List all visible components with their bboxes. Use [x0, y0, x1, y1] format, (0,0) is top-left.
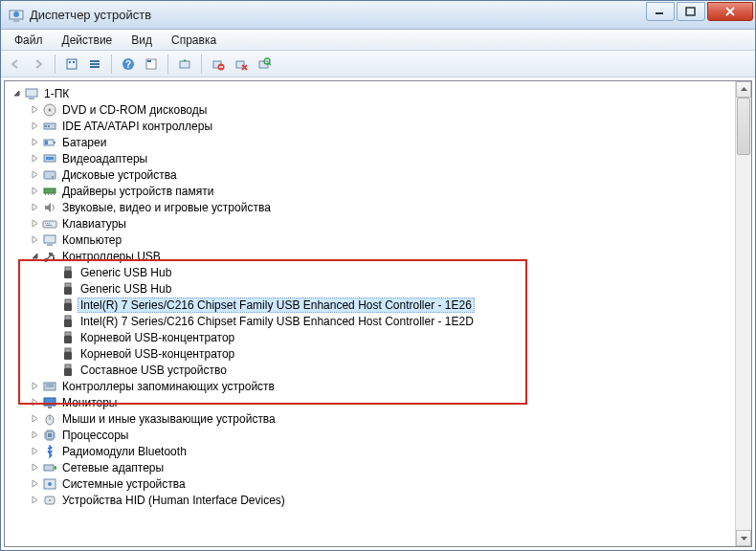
- svg-rect-28: [48, 125, 50, 127]
- expander-icon[interactable]: [29, 495, 40, 506]
- expander-icon[interactable]: [29, 462, 40, 474]
- sound-icon: [42, 200, 57, 215]
- tree-node-label: Радиомодули Bluetooth: [59, 444, 189, 459]
- tree-node[interactable]: Системные устройства: [7, 475, 735, 492]
- scroll-up-button[interactable]: [736, 81, 751, 98]
- svg-rect-62: [64, 352, 72, 360]
- menu-action[interactable]: Действие: [53, 32, 122, 49]
- expander-placeholder: [47, 364, 58, 376]
- expander-icon[interactable]: [29, 153, 40, 165]
- tree-node[interactable]: Мыши и иные указывающие устройства: [7, 410, 735, 427]
- menu-help[interactable]: Справка: [162, 32, 226, 49]
- show-hidden-button[interactable]: [61, 54, 82, 75]
- tree-node[interactable]: Радиомодули Bluetooth: [7, 443, 735, 459]
- svg-rect-15: [180, 61, 189, 68]
- tree-node[interactable]: Intel(R) 7 Series/C216 Chipset Family US…: [7, 313, 735, 329]
- expander-icon[interactable]: [29, 478, 40, 490]
- svg-point-25: [49, 108, 52, 111]
- expander-icon[interactable]: [29, 430, 40, 441]
- svg-rect-50: [49, 253, 51, 254]
- computer-icon: [24, 86, 39, 101]
- tree-node[interactable]: Видеоадаптеры: [7, 150, 735, 166]
- expander-icon[interactable]: [29, 234, 40, 246]
- tree-node[interactable]: 1-ПК: [7, 85, 735, 101]
- tree-node[interactable]: Драйверы устройств памяти: [7, 183, 735, 199]
- properties-button[interactable]: [141, 54, 162, 75]
- help-button[interactable]: ?: [118, 54, 139, 75]
- computer-icon: [42, 232, 57, 248]
- titlebar[interactable]: Диспетчер устройств: [1, 1, 755, 30]
- menu-view[interactable]: Вид: [122, 32, 162, 49]
- tree-node[interactable]: Контроллеры USB: [7, 248, 735, 264]
- tree-node[interactable]: Корневой USB-концентратор: [7, 329, 735, 345]
- expander-placeholder: [47, 332, 58, 343]
- expander-icon[interactable]: [29, 121, 40, 132]
- disable-button[interactable]: [231, 54, 252, 75]
- usb-device-icon: [60, 346, 76, 362]
- tree-node[interactable]: Сетевые адаптеры: [7, 459, 735, 475]
- scroll-track[interactable]: [736, 98, 751, 530]
- vertical-scrollbar[interactable]: [735, 81, 751, 546]
- expander-icon[interactable]: [29, 202, 40, 213]
- memory-driver-icon: [42, 184, 57, 199]
- expander-placeholder: [47, 283, 58, 295]
- svg-rect-8: [90, 60, 100, 62]
- svg-rect-59: [65, 332, 71, 336]
- tree-node[interactable]: Intel(R) 7 Series/C216 Chipset Family US…: [7, 297, 735, 313]
- tree-node[interactable]: Звуковые, видео и игровые устройства: [7, 199, 735, 215]
- expander-icon[interactable]: [29, 446, 40, 457]
- tree-node[interactable]: Батареи: [7, 134, 735, 150]
- tree-node[interactable]: IDE ATA/ATAPI контроллеры: [7, 118, 735, 134]
- tree-node[interactable]: Дисковые устройства: [7, 166, 735, 183]
- expander-icon[interactable]: [29, 137, 40, 148]
- close-button[interactable]: [707, 2, 753, 21]
- expander-icon[interactable]: [29, 381, 40, 392]
- tree-node[interactable]: Устройства HID (Human Interface Devices): [7, 492, 735, 508]
- uninstall-button[interactable]: [208, 54, 229, 75]
- toolbar-separator: [111, 55, 112, 74]
- tree-node[interactable]: Generic USB Hub: [7, 264, 735, 280]
- tree-node[interactable]: Контроллеры запоминающих устройств: [7, 378, 735, 394]
- view-button[interactable]: [84, 54, 105, 75]
- tree-node[interactable]: Компьютер: [7, 231, 735, 248]
- tree-node[interactable]: Клавиатуры: [7, 215, 735, 231]
- svg-rect-71: [44, 465, 54, 471]
- tree-node-label: Generic USB Hub: [78, 281, 174, 297]
- expander-icon[interactable]: [29, 186, 40, 197]
- scroll-down-button[interactable]: [736, 530, 751, 546]
- expander-icon[interactable]: [11, 88, 22, 99]
- expander-icon[interactable]: [29, 397, 40, 408]
- svg-rect-23: [29, 98, 34, 99]
- svg-rect-30: [54, 142, 56, 143]
- menu-file[interactable]: Файл: [5, 32, 53, 49]
- scan-hardware-button[interactable]: [254, 54, 275, 75]
- tree-node[interactable]: Generic USB Hub: [7, 280, 735, 297]
- tree-node[interactable]: Корневой USB-концентратор: [7, 345, 735, 362]
- expander-icon[interactable]: [29, 169, 40, 181]
- tree-node[interactable]: Мониторы: [7, 394, 735, 410]
- tree-node-label: Intel(R) 7 Series/C216 Chipset Family US…: [78, 314, 477, 329]
- svg-rect-66: [44, 398, 56, 406]
- expander-icon[interactable]: [29, 413, 40, 425]
- expander-icon[interactable]: [29, 104, 40, 116]
- tree-node-label: Intel(R) 7 Series/C216 Chipset Family US…: [78, 298, 475, 313]
- usb-device-icon: [60, 281, 76, 297]
- svg-rect-41: [43, 221, 56, 228]
- svg-rect-39: [51, 193, 52, 195]
- expander-icon[interactable]: [29, 218, 40, 230]
- expander-icon[interactable]: [29, 251, 40, 262]
- device-tree[interactable]: 1-ПК DVD и CD-ROM дисководы IDE ATA/ATAP…: [5, 81, 735, 546]
- tree-node[interactable]: Составное USB устройство: [7, 362, 735, 378]
- maximize-button[interactable]: [677, 2, 705, 21]
- usb-device-icon: [60, 363, 76, 378]
- svg-point-73: [48, 482, 52, 486]
- tree-node[interactable]: Процессоры: [7, 427, 735, 443]
- minimize-button[interactable]: [646, 2, 675, 21]
- update-driver-button[interactable]: [174, 54, 195, 75]
- scroll-thumb[interactable]: [737, 98, 750, 155]
- svg-rect-1: [13, 20, 19, 22]
- svg-rect-18: [219, 66, 223, 67]
- window-title: Диспетчер устройств: [30, 8, 644, 22]
- svg-rect-46: [44, 235, 56, 243]
- tree-node[interactable]: DVD и CD-ROM дисководы: [7, 101, 735, 118]
